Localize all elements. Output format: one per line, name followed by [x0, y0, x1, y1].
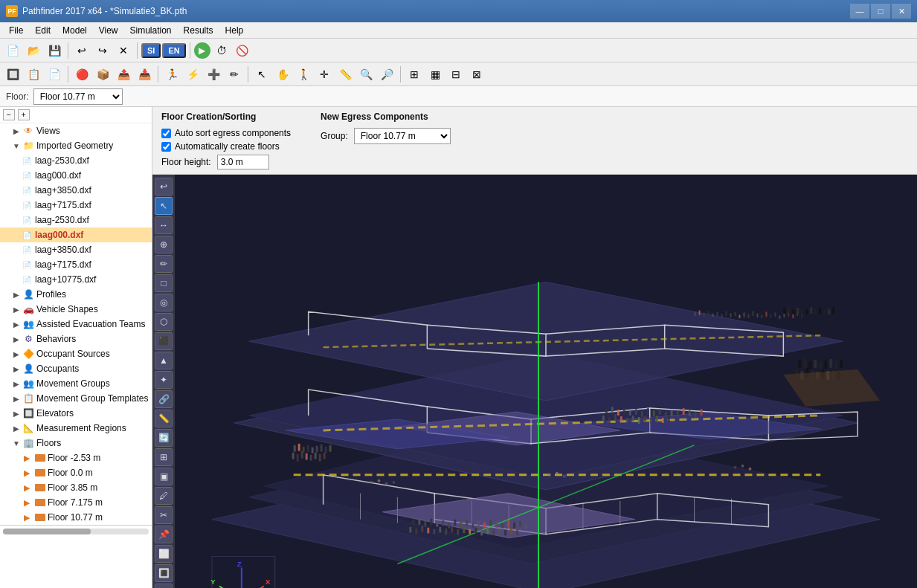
tb2-btn4[interactable]: 🔴	[72, 65, 91, 84]
tree-item-laag-2530-2[interactable]: 📄 laag-2530.dxf	[0, 213, 152, 227]
undo-button[interactable]: ↩	[72, 41, 91, 60]
tool-box[interactable]: ⬜	[155, 545, 173, 563]
tree-item-floors[interactable]: ▼ 🏢 Floors	[0, 436, 152, 450]
menu-edit[interactable]: Edit	[29, 24, 57, 37]
menu-simulation[interactable]: Simulation	[124, 24, 178, 37]
tree-item-assisted-evacuation-teams[interactable]: ▶ 👥 Assisted Evacuation Teams	[0, 317, 152, 332]
sidebar-scrollbar[interactable]	[0, 525, 152, 537]
tool-ruler[interactable]: 📐	[155, 584, 173, 588]
tb2-grid4[interactable]: ⊠	[467, 65, 486, 84]
tb2-move[interactable]: ✋	[273, 65, 292, 84]
tool-polygon[interactable]: ⬡	[155, 313, 173, 331]
tb2-btn8[interactable]: 🏃	[162, 65, 181, 84]
tool-region[interactable]: ▣	[155, 468, 173, 485]
collapse-all-button[interactable]: −	[3, 109, 15, 120]
auto-create-checkbox[interactable]	[161, 142, 171, 152]
tree-item-floor-000[interactable]: ▶ Floor 0.0 m	[0, 465, 152, 480]
tb2-select[interactable]: ↖	[252, 65, 271, 84]
tb2-person[interactable]: 🚶	[294, 65, 313, 84]
floor-select[interactable]: Floor 10.77 m Floor 7.175 m Floor 3.85 m…	[33, 88, 123, 105]
tree-item-profiles[interactable]: ▶ 👤 Profiles	[0, 287, 152, 302]
tb2-grid2[interactable]: ▦	[425, 65, 445, 84]
tb2-btn11[interactable]: ✏	[225, 65, 244, 84]
tree-item-laag7175-2[interactable]: 📄 laag+7175.dxf	[0, 257, 152, 272]
tree-item-measurement-regions[interactable]: ▶ 📐 Measurement Regions	[0, 421, 152, 436]
tool-measure[interactable]: 📏	[155, 410, 173, 427]
menu-model[interactable]: Model	[57, 24, 93, 37]
open-button[interactable]: 📂	[24, 41, 43, 60]
tree-item-floor-1077[interactable]: ▶ Floor 10.77 m	[0, 510, 152, 525]
tree-item-imported-geometry[interactable]: ▼ 📁 Imported Geometry	[0, 138, 152, 153]
sim-button2[interactable]: 🚫	[233, 41, 252, 60]
tb2-btn2[interactable]: 📋	[24, 65, 43, 84]
tree-item-laag000-1[interactable]: 📄 laag000.dxf	[0, 168, 152, 183]
tree-item-occupants[interactable]: ▶ 👤 Occupants	[0, 361, 152, 376]
tool-zoom-extent[interactable]: ⊕	[155, 236, 173, 253]
tb2-btn7[interactable]: 📥	[135, 65, 154, 84]
tb2-crosshair[interactable]: ✛	[315, 65, 334, 84]
tree-item-movement-group-templates[interactable]: ▶ 📋 Movement Group Templates	[0, 391, 152, 406]
tree-item-vehicle-shapes[interactable]: ▶ 🚗 Vehicle Shapes	[0, 302, 152, 317]
tree-item-floor-7175[interactable]: ▶ Floor 7.175 m	[0, 495, 152, 510]
tool-cut[interactable]: ✂	[155, 506, 173, 524]
expand-all-button[interactable]: +	[18, 109, 30, 120]
tb2-btn10[interactable]: ➕	[204, 65, 223, 84]
tb2-btn6[interactable]: 📤	[114, 65, 133, 84]
tree-item-occupant-sources[interactable]: ▶ 🔶 Occupant Sources	[0, 346, 152, 361]
tree-item-laag3850-1[interactable]: 📄 laag+3850.dxf	[0, 183, 152, 198]
tool-pin[interactable]: 📌	[155, 526, 173, 543]
menu-view[interactable]: View	[93, 24, 124, 37]
tool-rect[interactable]: □	[155, 274, 173, 292]
minimize-button[interactable]: —	[850, 4, 869, 19]
menu-help[interactable]: Help	[219, 24, 250, 37]
tree-item-laag000-2[interactable]: 📄 laag000.dxf	[0, 227, 152, 242]
si-mode-button[interactable]: SI	[141, 43, 161, 58]
tool-navigate[interactable]: ↩	[155, 178, 173, 196]
cancel-button[interactable]: ✕	[114, 41, 133, 60]
tool-draw[interactable]: ✏	[155, 255, 173, 273]
tree-item-floor-385[interactable]: ▶ Floor 3.85 m	[0, 480, 152, 495]
tb2-grid1[interactable]: ⊞	[405, 65, 424, 84]
tree-item-movement-groups[interactable]: ▶ 👥 Movement Groups	[0, 376, 152, 391]
viewport[interactable]: ↩ ↖ ↔ ⊕ ✏ □ ◎ ⬡ ⬛ ▲ ✦ 🔗 📏 🔄 ⊞ ▣ 🖊 ✂ 📌 ⬜	[152, 175, 917, 588]
tree-item-laag10775[interactable]: 📄 laag+10775.dxf	[0, 272, 152, 287]
play-button[interactable]: ▶	[194, 42, 210, 59]
tool-person[interactable]: ▲	[155, 352, 173, 369]
auto-sort-checkbox[interactable]	[161, 129, 171, 138]
tb2-btn9[interactable]: ⚡	[183, 65, 202, 84]
redo-button[interactable]: ↪	[93, 41, 112, 60]
tree-item-views[interactable]: ▶ 👁 Views	[0, 123, 152, 138]
tool-pattern[interactable]: 🔳	[155, 564, 173, 582]
tool-door[interactable]: ✦	[155, 371, 173, 389]
close-button[interactable]: ✕	[892, 4, 911, 19]
tree-item-elevators[interactable]: ▶ 🔲 Elevators	[0, 406, 152, 421]
tree-item-laag-2530-1[interactable]: 📄 laag-2530.dxf	[0, 153, 152, 168]
group-select[interactable]: Floor 10.77 m Floor 7.175 m Floor 3.85 m…	[354, 128, 451, 144]
tool-grid[interactable]: ⊞	[155, 448, 173, 466]
menu-file[interactable]: File	[3, 24, 29, 37]
tree-item-laag7175-1[interactable]: 📄 laag+7175.dxf	[0, 198, 152, 213]
tb2-measure[interactable]: 📏	[335, 65, 355, 84]
tb2-btn3[interactable]: 📄	[45, 65, 64, 84]
tb2-btn5[interactable]: 📦	[93, 65, 112, 84]
tb2-zoom2[interactable]: 🔎	[377, 65, 396, 84]
tool-link[interactable]: 🔗	[155, 390, 173, 408]
floor-height-input[interactable]	[217, 155, 269, 169]
tool-stair[interactable]: ⬛	[155, 332, 173, 350]
tool-rotate[interactable]: 🔄	[155, 429, 173, 447]
en-mode-button[interactable]: EN	[162, 43, 185, 58]
sim-button1[interactable]: ⏱	[212, 41, 231, 60]
menu-results[interactable]: Results	[178, 24, 219, 37]
tb2-btn1[interactable]: 🔲	[3, 65, 22, 84]
tool-circle[interactable]: ◎	[155, 294, 173, 311]
save-button[interactable]: 💾	[45, 41, 64, 60]
tool-edit[interactable]: 🖊	[155, 487, 173, 505]
tool-orbit[interactable]: ↔	[155, 216, 173, 234]
tree-item-laag3850-2[interactable]: 📄 laag+3850.dxf	[0, 242, 152, 257]
maximize-button[interactable]: □	[871, 4, 890, 19]
tb2-zoom[interactable]: 🔍	[356, 65, 376, 84]
tb2-grid3[interactable]: ⊟	[446, 65, 466, 84]
tree-item-floor-2530[interactable]: ▶ Floor -2.53 m	[0, 450, 152, 465]
new-button[interactable]: 📄	[3, 41, 22, 60]
tool-select[interactable]: ↖	[155, 197, 173, 215]
